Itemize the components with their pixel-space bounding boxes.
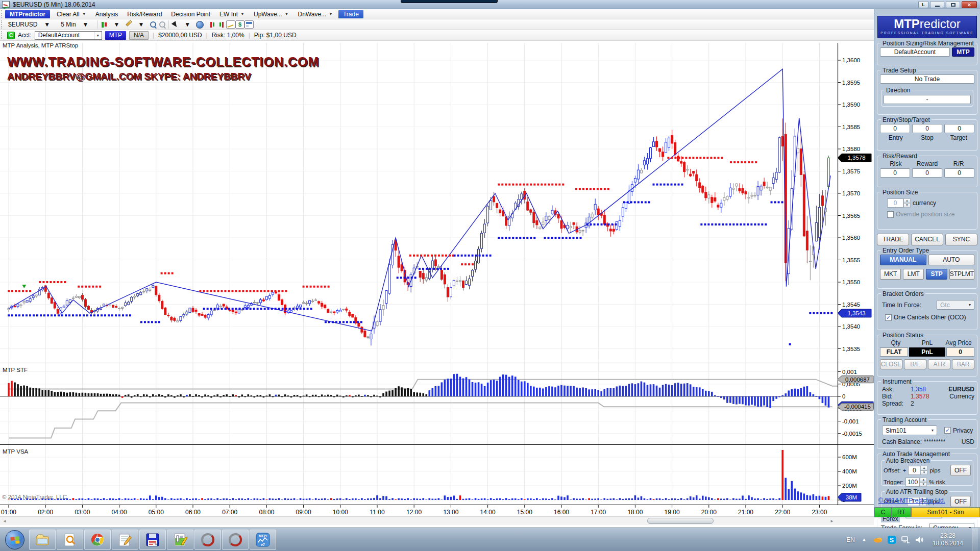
mtpredictor-copyright-link[interactable]: © 2014 MTPredictor Ltd.	[878, 497, 945, 504]
step-up-icon[interactable]: ▲	[920, 478, 927, 482]
breakeven-offset-stepper[interactable]: 0 ▲▼	[908, 466, 927, 475]
close-button[interactable]: ✕	[962, 1, 977, 8]
taskbar-app-mtpredictor[interactable]: MTP/v7	[250, 530, 276, 550]
toolbar-grip[interactable]	[1, 10, 4, 18]
step-up-icon[interactable]: ▲	[903, 198, 911, 203]
sizing-mtp-button[interactable]: MTP	[952, 47, 974, 57]
start-button[interactable]	[5, 530, 24, 549]
atr-off-button[interactable]: OFF	[950, 496, 971, 507]
cloud-tray-icon[interactable]	[873, 535, 883, 544]
timeframe-dropdown[interactable]: 5 Min▼	[58, 20, 96, 29]
draw-tool-icon[interactable]	[124, 20, 133, 29]
sizing-account-field[interactable]: DefaultAccount	[880, 47, 950, 57]
step-down-icon[interactable]: ▼	[903, 203, 911, 208]
sim-account-indicator[interactable]: Sim101 - Sim	[911, 507, 980, 517]
position-atr-button[interactable]: ATR	[928, 359, 950, 369]
skype-tray-icon[interactable]: S	[887, 535, 896, 544]
position-be-button[interactable]: B/E	[904, 359, 926, 369]
chevron-down-icon[interactable]: ▼	[180, 20, 195, 29]
indicator-icon[interactable]	[208, 20, 217, 29]
menu-item-upwave[interactable]: UpWave...▼	[249, 10, 293, 18]
cancel-button[interactable]: CANCEL	[911, 234, 943, 245]
language-indicator[interactable]: EN	[846, 536, 855, 543]
est-value-field[interactable]: 0	[880, 124, 910, 133]
menu-item-ew-int[interactable]: EW Int▼	[215, 10, 249, 18]
menu-item-mtpredictor[interactable]: MTPredictor	[5, 10, 50, 18]
volume-icon[interactable]	[217, 20, 226, 29]
mtp-button[interactable]: MTP	[105, 31, 126, 40]
oco-checkbox[interactable]: ✓	[885, 314, 892, 321]
taskbar-app-editor[interactable]	[167, 530, 193, 550]
tif-select[interactable]: Gtc ▼	[937, 300, 974, 310]
tray-expand-icon[interactable]: ▲	[860, 535, 869, 544]
chart-h-scrollbar[interactable]: ◄ ►	[0, 516, 874, 525]
chevron-down-icon[interactable]: ▼	[109, 20, 124, 29]
order-mode-auto[interactable]: AUTO	[928, 255, 975, 265]
taskbar-app-ninjatrader[interactable]	[222, 530, 249, 550]
scroll-left-icon[interactable]: ◄	[1, 517, 9, 524]
trading-account-select[interactable]: Sim101 ▼	[882, 425, 937, 435]
position-close-button[interactable]: CLOSE	[880, 359, 902, 369]
order-type-lmt[interactable]: LMT	[903, 269, 924, 280]
connection-indicator[interactable]: C	[7, 32, 15, 39]
breakeven-off-button[interactable]: OFF	[950, 465, 971, 476]
override-checkbox[interactable]	[887, 211, 894, 218]
order-type-stplmt[interactable]: STPLMT	[949, 269, 974, 280]
chevron-down-icon[interactable]: ▼	[133, 20, 149, 29]
account-select[interactable]: DefaultAccount ▼	[35, 31, 102, 40]
est-value-field[interactable]: 0	[944, 124, 974, 133]
sync-button[interactable]: SYNC	[945, 234, 977, 245]
taskbar-app-chrome[interactable]	[84, 530, 111, 550]
volume-tray-icon[interactable]	[915, 535, 924, 544]
menu-item-decision-point[interactable]: Decision Point	[166, 10, 215, 18]
breakeven-trigger-stepper[interactable]: 100 ▲▼	[905, 478, 927, 487]
instrument-dropdown[interactable]: $EURUSD▼	[5, 20, 58, 29]
cursor-tool-icon[interactable]	[170, 20, 180, 29]
zoom-out-icon[interactable]	[158, 20, 167, 29]
chart-area[interactable]: WWW.TRADING-SOFTWARE-COLLECTION.COMWWW.T…	[0, 41, 874, 516]
taskbar-app-save[interactable]: 64	[139, 530, 166, 550]
maximize-button[interactable]	[946, 1, 960, 8]
step-up-icon[interactable]: ▲	[920, 466, 927, 470]
menu-item-analysis[interactable]: Analysis	[91, 10, 123, 18]
background-window-tab[interactable]	[401, 0, 498, 3]
menu-item-clear-all[interactable]: Clear All▼	[52, 10, 91, 18]
menu-item-risk-reward[interactable]: Risk/Reward	[122, 10, 166, 18]
chart-style-icon[interactable]	[226, 20, 235, 29]
step-down-icon[interactable]: ▼	[920, 470, 927, 475]
account-performance-icon[interactable]: $	[235, 20, 244, 29]
est-value-field[interactable]: 0	[912, 124, 942, 133]
data-box-icon[interactable]	[195, 20, 204, 29]
taskbar-app-notepad[interactable]	[112, 530, 138, 550]
taskbar-app-search[interactable]	[57, 530, 83, 550]
taskbar-app-ninjatrader[interactable]	[194, 530, 221, 550]
minimize-button[interactable]	[930, 1, 944, 8]
position-bar-button[interactable]: BAR	[952, 359, 974, 369]
show-desktop-button[interactable]	[972, 528, 978, 551]
properties-icon[interactable]	[244, 20, 254, 29]
taskbar-app-explorer[interactable]	[29, 530, 56, 550]
price-chart[interactable]: WWW.TRADING-SOFTWARE-COLLECTION.COMWWW.T…	[0, 41, 874, 516]
menu-item-trade[interactable]: Trade	[338, 10, 363, 18]
network-tray-icon[interactable]	[901, 535, 910, 544]
order-type-stp[interactable]: STP	[926, 269, 947, 280]
connection-c-indicator[interactable]: C	[874, 507, 892, 517]
na-button[interactable]: N/A	[129, 31, 149, 40]
toolbar-grip[interactable]	[1, 20, 4, 29]
scrollbar-thumb[interactable]	[647, 518, 714, 524]
taskbar-clock[interactable]: 23:28 18.06.2014	[933, 532, 963, 547]
zoom-in-icon[interactable]	[149, 20, 158, 29]
scroll-right-icon[interactable]: ►	[828, 517, 836, 524]
order-type-mkt[interactable]: MKT	[880, 269, 901, 280]
trade-button[interactable]: TRADE	[877, 234, 909, 245]
position-size-stepper[interactable]: 0 ▲▼	[887, 198, 911, 208]
menu-item-dnwave[interactable]: DnWave...▼	[293, 10, 337, 18]
bar-style-icon[interactable]	[100, 20, 109, 29]
step-down-icon[interactable]: ▼	[920, 482, 927, 487]
privacy-checkbox[interactable]: ✓	[944, 427, 951, 434]
lock-button[interactable]: L	[918, 1, 928, 8]
order-mode-manual[interactable]: MANUAL	[880, 255, 926, 265]
separator	[97, 20, 98, 29]
realtime-indicator[interactable]: RT	[892, 507, 911, 517]
toolbar-grip[interactable]	[1, 31, 4, 39]
